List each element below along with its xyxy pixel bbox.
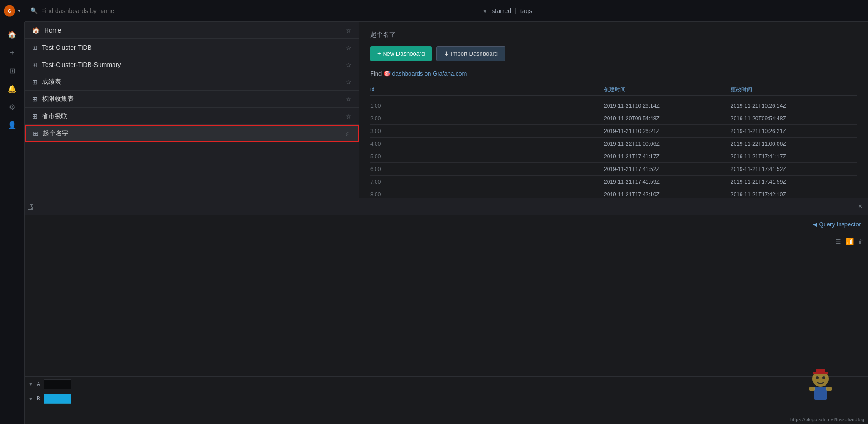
results-rows: 1.00 2019-11-21T10:26:14Z 2019-11-21T10:… xyxy=(370,100,857,214)
dash-item-test-cluster-tidb[interactable]: ⊞ Test-Cluster-TiDB ☆ xyxy=(25,39,359,56)
row-created: 2019-11-21T17:41:59Z xyxy=(604,179,731,185)
table-row: 7.00 2019-11-21T17:41:59Z 2019-11-21T17:… xyxy=(370,176,857,188)
close-button[interactable]: × xyxy=(858,202,863,211)
arrow-a-icon: ▼ xyxy=(28,381,33,386)
star-icon[interactable]: ☆ xyxy=(346,61,352,68)
dash-item-label: Test-Cluster-TiDB-Summary xyxy=(42,61,346,68)
variable-b-label: B xyxy=(37,395,40,402)
row-id: 2.00 xyxy=(370,115,406,122)
row-id: 5.00 xyxy=(370,153,406,160)
row-created: 2019-11-21T17:42:10Z xyxy=(604,191,731,198)
navbar-filter: ▼ starred | tags xyxy=(146,7,868,14)
action-buttons: + New Dashboard ⬇ Import Dashboard xyxy=(370,46,857,61)
filter-tags[interactable]: tags xyxy=(520,7,532,14)
svg-rect-3 xyxy=(814,387,827,400)
import-dashboard-button[interactable]: ⬇ Import Dashboard xyxy=(436,46,505,61)
row-id: 1.00 xyxy=(370,103,406,109)
row-modified: 2019-11-21T17:42:10Z xyxy=(731,191,857,198)
variable-a-label: A xyxy=(37,381,40,387)
apps-icon: ⊞ xyxy=(32,113,38,120)
section-title: 起个名字 xyxy=(370,31,857,39)
row-id: 4.00 xyxy=(370,141,406,147)
row-modified: 2019-11-22T11:00:06Z xyxy=(731,141,857,147)
svg-point-7 xyxy=(822,376,825,379)
dash-item-label: 起个名字 xyxy=(43,129,345,138)
navbar: G ▼ 🔍 ▼ starred | tags xyxy=(0,0,868,22)
variable-row-a: ▼ A xyxy=(25,377,868,391)
row-id: 6.00 xyxy=(370,166,406,172)
print-icon[interactable]: 🖨 xyxy=(27,203,34,211)
dash-item-home[interactable]: 🏠 Home ☆ xyxy=(25,22,359,39)
dash-item-label: Home xyxy=(44,27,346,34)
watermark-image xyxy=(800,365,841,406)
search-input[interactable] xyxy=(41,7,141,14)
row-modified: 2019-11-21T10:26:21Z xyxy=(731,128,857,134)
table-row: 4.00 2019-11-22T11:00:06Z 2019-11-22T11:… xyxy=(370,138,857,150)
sidebar-item-dashboards[interactable]: ⊞ xyxy=(0,62,25,80)
grafana-logo[interactable]: G ▼ xyxy=(0,0,25,22)
dash-item-chengji[interactable]: ⊞ 成绩表 ☆ xyxy=(25,73,359,91)
variable-row-b: ▼ B xyxy=(25,391,868,406)
svg-rect-9 xyxy=(816,369,825,372)
apps-icon: ⊞ xyxy=(32,78,38,86)
variable-b-input[interactable] xyxy=(44,394,71,404)
dash-item-test-cluster-tidb-summary[interactable]: ⊞ Test-Cluster-TiDB-Summary ☆ xyxy=(25,56,359,73)
search-area[interactable]: 🔍 xyxy=(25,7,146,14)
table-row: 3.00 2019-11-21T10:26:21Z 2019-11-21T10:… xyxy=(370,125,857,138)
grafana-link[interactable]: dashboards on Grafana.com xyxy=(392,70,467,77)
filter-separator: | xyxy=(515,7,517,14)
sidebar-item-admin[interactable]: 👤 xyxy=(0,116,25,134)
row-created: 2019-11-22T11:00:06Z xyxy=(604,141,731,147)
left-sidebar: 🏠 ＋ ⊞ 🔔 ⚙ 👤 xyxy=(0,22,25,424)
new-dashboard-button[interactable]: + New Dashboard xyxy=(370,46,432,61)
row-modified: 2019-11-20T09:54:48Z xyxy=(731,115,857,122)
table-row: 6.00 2019-11-21T17:41:52Z 2019-11-21T17:… xyxy=(370,163,857,176)
star-icon[interactable]: ☆ xyxy=(345,130,351,137)
row-modified: 2019-11-21T17:41:17Z xyxy=(731,153,857,160)
filter-starred[interactable]: starred xyxy=(492,7,512,14)
row-modified: 2019-11-21T17:41:52Z xyxy=(731,166,857,172)
star-icon[interactable]: ☆ xyxy=(346,113,352,120)
table-row: 2.00 2019-11-20T09:54:48Z 2019-11-20T09:… xyxy=(370,112,857,125)
star-icon[interactable]: ☆ xyxy=(346,95,352,103)
home-icon: 🏠 xyxy=(32,27,40,34)
apps-icon: ⊞ xyxy=(33,130,38,137)
query-inspector-button[interactable]: ◀ Query Inspector xyxy=(813,221,861,228)
trash-icon[interactable]: 🗑 xyxy=(858,238,864,245)
variable-section: ▼ A ▼ B xyxy=(25,376,868,406)
svg-text:G: G xyxy=(8,8,12,14)
right-panel-icons: ☰ 📶 🗑 xyxy=(835,238,864,245)
table-row: 5.00 2019-11-21T17:41:17Z 2019-11-21T17:… xyxy=(370,150,857,163)
col-id-header: id xyxy=(370,86,406,94)
bottom-panel-header: × xyxy=(25,198,868,215)
svg-rect-4 xyxy=(809,387,815,391)
filter-icon: ▼ xyxy=(482,7,488,14)
sidebar-item-home[interactable]: 🏠 xyxy=(0,25,25,43)
dash-item-qiming[interactable]: ⊞ 起个名字 ☆ xyxy=(25,125,359,142)
dash-item-label: Test-Cluster-TiDB xyxy=(42,44,346,51)
variable-a-input[interactable] xyxy=(44,379,71,389)
sidebar-item-config[interactable]: ⚙ xyxy=(0,98,25,116)
row-created: 2019-11-20T09:54:48Z xyxy=(604,115,731,122)
grafana-emoji: 🎯 xyxy=(383,70,392,77)
svg-point-6 xyxy=(816,376,819,379)
star-icon[interactable]: ☆ xyxy=(346,78,352,86)
row-created: 2019-11-21T17:41:52Z xyxy=(604,166,731,172)
row-created: 2019-11-21T10:26:21Z xyxy=(604,128,731,134)
bottom-panel: × ◀ Query Inspector ☰ 📶 🗑 ▼ A ▼ B 🖨 http… xyxy=(25,198,868,424)
apps-icon: ⊞ xyxy=(32,95,38,103)
star-icon[interactable]: ☆ xyxy=(346,44,352,51)
row-modified: 2019-11-21T10:26:14Z xyxy=(731,103,857,109)
row-created: 2019-11-21T17:41:17Z xyxy=(604,153,731,160)
dash-item-shengshi[interactable]: ⊞ 省市级联 ☆ xyxy=(25,108,359,125)
row-id: 8.00 xyxy=(370,191,406,198)
apps-icon: ⊞ xyxy=(32,44,38,51)
list-icon[interactable]: ☰ xyxy=(835,238,841,245)
signal-icon[interactable]: 📶 xyxy=(846,238,854,245)
sidebar-item-alerts[interactable]: 🔔 xyxy=(0,80,25,98)
star-icon[interactable]: ☆ xyxy=(346,27,352,34)
dash-item-label: 权限收集表 xyxy=(42,95,346,103)
find-label: Find xyxy=(370,70,382,77)
dash-item-quanxian[interactable]: ⊞ 权限收集表 ☆ xyxy=(25,91,359,108)
sidebar-item-add[interactable]: ＋ xyxy=(0,43,25,62)
